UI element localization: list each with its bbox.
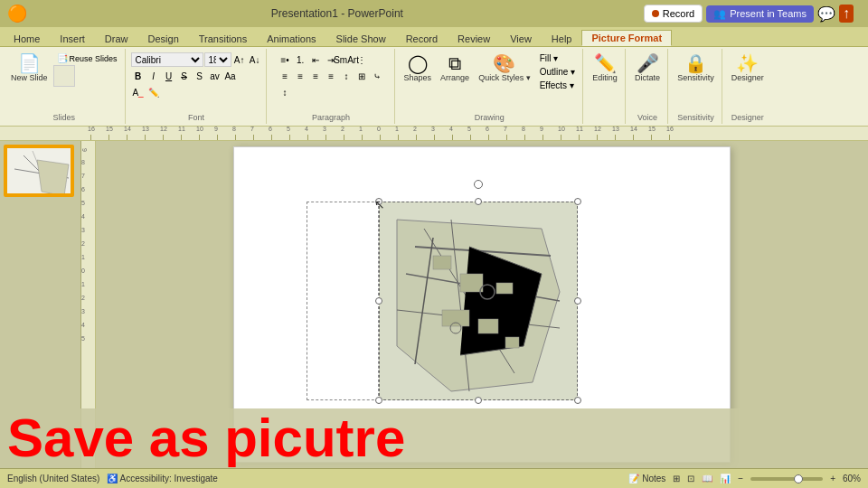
shadow-button[interactable]: S (193, 69, 207, 83)
app-icon: 🟠 (7, 4, 27, 23)
tab-transitions[interactable]: Transitions (189, 31, 257, 46)
present-teams-button[interactable]: 👥 Present in Teams (706, 5, 814, 23)
tab-record[interactable]: Record (396, 31, 448, 46)
handle-middle-left[interactable] (375, 297, 382, 305)
change-case-button[interactable]: Aa (223, 69, 238, 83)
ruler-mark: 2 (416, 135, 434, 140)
ruler-mark: 5 (289, 135, 307, 140)
shape-fill-button[interactable]: Fill ▾ (536, 52, 579, 64)
voice-group-label: Voice (637, 111, 657, 122)
dictate-button[interactable]: 🎤 Dictate (631, 52, 664, 84)
tab-design[interactable]: Design (138, 31, 189, 46)
decrease-font-button[interactable]: A↓ (248, 52, 262, 67)
text-direction-button[interactable]: ↕ (339, 69, 354, 83)
slides-group-content: 📄 New Slide 📑 Reuse Slides (7, 51, 121, 111)
numbering-button[interactable]: 1. (293, 52, 307, 67)
ruler-mark: 10 (561, 135, 579, 140)
char-spacing-button[interactable]: av (208, 69, 222, 83)
tab-slideshow[interactable]: Slide Show (326, 31, 396, 46)
tab-view[interactable]: View (500, 31, 542, 46)
handle-bottom-right[interactable] (574, 397, 581, 404)
convert-to-smartart-button[interactable]: ⤷ (370, 69, 384, 83)
accessibility-text: Accessibility: Investigate (120, 474, 218, 483)
arrange-button[interactable]: ⧉ Arrange (437, 52, 473, 84)
ruler-mark: 14 (127, 135, 145, 140)
bold-button[interactable]: B (131, 69, 146, 83)
smart-art-button[interactable]: SmArt (339, 52, 354, 67)
paragraph-group-content: ≡• 1. ⇤ ⇥ SmArt ⋮ ≡ ≡ ≡ ≡ ↕ ⊞ ⤷ ↕ (278, 51, 384, 111)
sensitivity-button[interactable]: 🔒 Sensitivity (674, 52, 718, 84)
font-size-select[interactable]: 18 (204, 52, 231, 67)
zoom-slider[interactable] (750, 477, 823, 481)
handle-bottom-middle[interactable] (475, 397, 482, 404)
comment-icon[interactable]: 💬 (817, 5, 835, 23)
main-area: 1 9 8 7 6 5 4 3 (0, 141, 868, 468)
reuse-icon: 📑 (57, 53, 68, 63)
italic-button[interactable]: I (146, 69, 161, 83)
font-name-row: Calibri 18 A↑ A↓ (131, 52, 262, 67)
shape-effects-button[interactable]: Effects ▾ (536, 80, 579, 91)
zoom-out-button[interactable]: − (738, 474, 743, 483)
ruler-mark: 14 (633, 135, 651, 140)
selected-slide-border (5, 146, 72, 195)
designer-button[interactable]: ✨ Designer (728, 52, 768, 84)
tab-picture-format[interactable]: Picture Format (581, 30, 672, 46)
align-right-button[interactable]: ≡ (308, 69, 323, 83)
tab-insert[interactable]: Insert (50, 31, 95, 46)
align-left-button[interactable]: ≡ (278, 69, 292, 83)
shape-outline-button[interactable]: Outline ▾ (536, 66, 579, 78)
vruler-9: 9 (81, 148, 95, 152)
highlight-button[interactable]: ✏️ (146, 85, 161, 99)
bullets-button[interactable]: ≡• (278, 52, 292, 67)
shapes-button[interactable]: ◯ Shapes (401, 52, 436, 84)
present-label: Present in Teams (730, 8, 807, 19)
handle-bottom-left[interactable] (375, 397, 382, 404)
line-spacing-button[interactable]: ↕ (278, 85, 292, 99)
columns-button[interactable]: ⋮ (354, 52, 369, 67)
increase-font-button[interactable]: A↑ (232, 52, 247, 67)
decrease-indent-button[interactable]: ⇤ (308, 52, 323, 67)
tab-review[interactable]: Review (448, 31, 500, 46)
handle-middle-right[interactable] (574, 297, 581, 305)
strikethrough-button[interactable]: S (177, 69, 192, 83)
align-center-button[interactable]: ≡ (293, 69, 307, 83)
reading-view-icon[interactable]: 📖 (702, 474, 712, 483)
justify-button[interactable]: ≡ (324, 69, 338, 83)
ruler-mark: 11 (181, 135, 199, 140)
font-color-row: A_ ✏️ (131, 85, 161, 99)
align-text-button[interactable]: ⊞ (354, 69, 369, 83)
ruler-mark: 6 (488, 135, 506, 140)
tab-animations[interactable]: Animations (257, 31, 326, 46)
underline-button[interactable]: U (162, 69, 176, 83)
reuse-slides-button[interactable]: 📑 Reuse Slides (53, 52, 121, 64)
rotate-handle[interactable] (474, 180, 483, 189)
ruler-mark: 8 (524, 135, 542, 140)
ribbon-tabs: Home Insert Draw Design Transitions Anim… (0, 27, 868, 47)
font-family-select[interactable]: Calibri (131, 52, 203, 67)
paragraph-group-label: Paragraph (312, 111, 350, 122)
slide-view-icon[interactable]: ⊞ (673, 474, 680, 483)
slide[interactable]: ↖ (233, 146, 731, 463)
map-container[interactable] (379, 202, 578, 400)
notes-button[interactable]: 📝 Notes (628, 474, 665, 483)
presenter-view-icon[interactable]: 📊 (720, 474, 731, 483)
tab-help[interactable]: Help (542, 31, 582, 46)
quick-styles-button[interactable]: 🎨 Quick Styles ▾ (475, 52, 534, 84)
record-button[interactable]: Record (644, 5, 703, 23)
handle-top-right[interactable] (574, 198, 581, 205)
tab-home[interactable]: Home (4, 31, 50, 46)
slide-sorter-icon[interactable]: ⊡ (687, 474, 694, 483)
tab-draw[interactable]: Draw (95, 31, 138, 46)
record-label: Record (663, 8, 694, 19)
zoom-thumb[interactable] (794, 474, 803, 483)
new-slide-button[interactable]: 📄 New Slide (7, 52, 52, 84)
share-icon[interactable]: ↑ (839, 5, 854, 23)
slide-thumbnail[interactable] (4, 145, 74, 197)
zoom-in-button[interactable]: + (830, 474, 835, 483)
ruler-mark: 2 (344, 135, 362, 140)
editing-button[interactable]: ✏️ Editing (589, 52, 621, 84)
font-color-button[interactable]: A_ (131, 85, 146, 99)
ruler-mark: 3 (434, 135, 452, 140)
handle-top-middle[interactable] (475, 198, 482, 205)
slide-layout-dropdown[interactable] (53, 65, 75, 87)
